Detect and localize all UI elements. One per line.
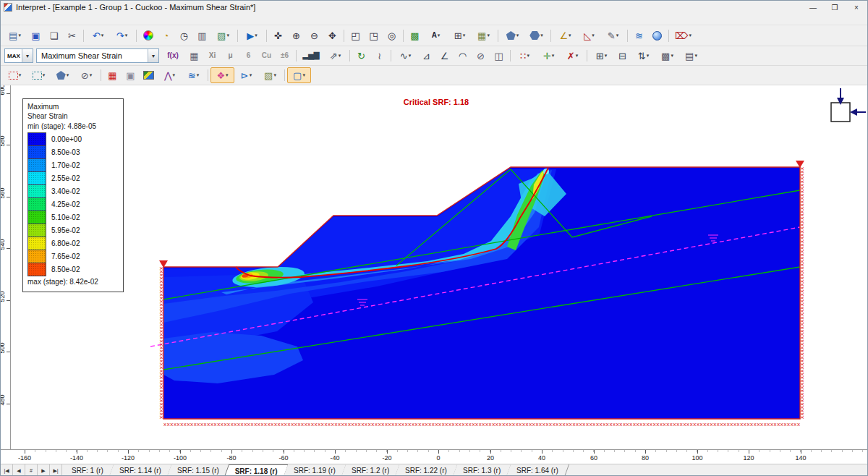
legend-options-button[interactable]: ◔▾ xyxy=(157,27,175,44)
menu-item[interactable] xyxy=(33,19,43,20)
user-data-button[interactable]: f(x)▾ xyxy=(161,48,185,64)
xi-button[interactable]: Xi▾ xyxy=(203,48,221,64)
chevron-down-icon[interactable]: ▾ xyxy=(148,49,158,62)
pattern-dropdown[interactable]: ▩▾ xyxy=(655,48,679,64)
menu-item[interactable] xyxy=(3,19,13,20)
mu-button[interactable]: μ▾ xyxy=(221,48,239,64)
add-query-dropdown[interactable]: ✛▾ xyxy=(537,48,561,64)
export-plot-button[interactable]: ⊟▾ xyxy=(613,48,631,64)
tab-last-button[interactable]: ▶| xyxy=(50,464,62,476)
chart-window-button[interactable]: ◫▾ xyxy=(490,48,508,64)
graph-query-dropdown[interactable]: ∿▾ xyxy=(393,48,417,64)
grid-toggle-button[interactable]: ▦▾ xyxy=(185,48,203,64)
table-dropdown[interactable]: ⊞▾ xyxy=(448,27,472,44)
pan-button[interactable]: ✥▾ xyxy=(323,27,341,44)
no-plot-button[interactable]: ⊘▾ xyxy=(472,48,490,64)
contour-options-button[interactable]: ▾ xyxy=(139,27,157,44)
stage-tab[interactable]: SRF: 1.2 (r) xyxy=(341,464,400,476)
stage-tab[interactable]: SRF: 1.14 (r) xyxy=(109,464,172,476)
close-button[interactable]: × xyxy=(846,1,867,14)
trajectories-dropdown[interactable]: ❖▾ xyxy=(210,67,234,83)
material-highlight-button[interactable]: ▩▾ xyxy=(406,27,424,44)
chart-view-dropdown[interactable]: ▧▾ xyxy=(211,27,235,44)
spring-button[interactable]: ≀▾ xyxy=(370,48,388,64)
delete-query-dropdown[interactable]: ✗▾ xyxy=(561,48,584,64)
zoom-100-button[interactable]: ◎▾ xyxy=(383,27,401,44)
save-button[interactable]: ▣▾ xyxy=(27,27,45,44)
cu-button[interactable]: Cu▾ xyxy=(258,48,276,64)
stage-tab[interactable]: SRF: 1.15 (r) xyxy=(167,464,230,476)
grid-overlay-button[interactable]: ▦▾ xyxy=(103,67,122,83)
menu-item[interactable] xyxy=(64,19,74,20)
result-type-combo[interactable]: Maximum Shear Strain▾ xyxy=(36,48,159,63)
options-dropdown[interactable]: ▤▾ xyxy=(679,48,703,64)
menu-item[interactable] xyxy=(23,19,33,20)
multi-plot-dropdown[interactable]: ⋀▾ xyxy=(158,67,182,83)
histogram-button[interactable]: ▂▅▇▾ xyxy=(299,48,323,64)
image-overlay-dropdown[interactable]: ▦▾ xyxy=(472,27,495,44)
data-type-mini-combo[interactable]: MAX▾ xyxy=(4,48,33,63)
stage-tab[interactable]: SRF: 1.64 (r) xyxy=(506,464,569,476)
menu-item[interactable] xyxy=(13,19,23,20)
ellipse-query-dropdown[interactable]: ⊘▾ xyxy=(75,67,98,83)
tab-first-button[interactable]: |◀ xyxy=(1,464,13,476)
snapshot-button[interactable]: ▣▾ xyxy=(122,67,140,83)
print-preview-button[interactable]: ❏▾ xyxy=(45,27,63,44)
chevron-down-icon[interactable]: ▾ xyxy=(22,49,33,62)
differential-dropdown[interactable]: ⇅▾ xyxy=(631,48,655,64)
line-graph-button[interactable]: ⊿▾ xyxy=(417,48,435,64)
redo-dropdown[interactable]: ↷▾ xyxy=(110,27,134,44)
graph-window-dropdown[interactable]: ⊞▾ xyxy=(590,48,613,64)
stage-time-button[interactable]: ◷▾ xyxy=(175,27,193,44)
menu-item[interactable] xyxy=(104,19,114,20)
model-viewport[interactable]: xxxxxxxxxxxxxxxxxxxxxxxxxxxxxxxxxxxxxxxx… xyxy=(1,85,867,449)
edit-tool-dropdown[interactable]: ✎▾ xyxy=(601,27,625,44)
menu-item[interactable] xyxy=(54,19,64,20)
menu-item[interactable] xyxy=(94,19,104,20)
tab-next-button[interactable]: ▶ xyxy=(38,464,50,476)
material-query-dropdown[interactable]: ▾ xyxy=(3,67,27,83)
history-query-dropdown[interactable]: ▾ xyxy=(27,67,51,83)
screen-capture-button[interactable]: ✂▾ xyxy=(63,27,81,44)
measure-angle-dropdown[interactable]: ∠▾ xyxy=(553,27,577,44)
query-points-dropdown[interactable]: ∷▾ xyxy=(513,48,537,64)
zoom-extents-button[interactable]: ✜▾ xyxy=(269,27,287,44)
dip-tool-dropdown[interactable]: ◺▾ xyxy=(577,27,601,44)
flow-vectors-dropdown[interactable]: ≋▾ xyxy=(182,67,205,83)
loop-button[interactable]: ↻▾ xyxy=(352,48,370,64)
minimize-button[interactable]: — xyxy=(802,1,824,14)
menu-item[interactable] xyxy=(74,19,84,20)
hexagon-tool-dropdown[interactable]: ▾ xyxy=(524,27,548,44)
restore-button[interactable]: ❐ xyxy=(824,1,846,14)
tab-prev-button[interactable]: ◀ xyxy=(13,464,25,476)
menu-item[interactable] xyxy=(114,19,124,20)
menu-item[interactable] xyxy=(43,19,54,20)
zoom-in-button[interactable]: ⊕▾ xyxy=(287,27,305,44)
canvas-area[interactable]: xxxxxxxxxxxxxxxxxxxxxxxxxxxxxxxxxxxxxxxx… xyxy=(1,85,867,449)
polyline-query-dropdown[interactable]: ▾ xyxy=(51,67,75,83)
menu-item[interactable] xyxy=(84,19,94,20)
stage-tab[interactable]: SRF: 1 (r) xyxy=(61,464,114,476)
plus-minus-sigma-button[interactable]: ±6▾ xyxy=(276,48,294,64)
pentagon-tool-dropdown[interactable]: ▾ xyxy=(501,27,524,44)
hazard-map-button[interactable]: ▾ xyxy=(140,67,158,83)
arc-plot-button[interactable]: ◠▾ xyxy=(454,48,472,64)
legend[interactable]: Maximum Shear Strain min (stage): 4.88e-… xyxy=(22,98,124,292)
undo-dropdown[interactable]: ↶▾ xyxy=(86,27,110,44)
stage-tab[interactable]: SRF: 1.3 (r) xyxy=(453,464,511,476)
overlay-image-dropdown[interactable]: ▧▾ xyxy=(258,67,282,83)
sigma-button[interactable]: 6▾ xyxy=(239,48,258,64)
angle-plot-button[interactable]: ∠▾ xyxy=(435,48,454,64)
trend-plot-dropdown[interactable]: ⇗▾ xyxy=(323,48,347,64)
drawdown-button[interactable]: ≋▾ xyxy=(630,27,648,44)
tab-number-button[interactable]: # xyxy=(25,464,38,476)
zoom-window-button[interactable]: ◰▾ xyxy=(346,27,365,44)
vectors-dropdown[interactable]: ⊳▾ xyxy=(234,67,258,83)
zoom-out-button[interactable]: ⊖▾ xyxy=(305,27,323,44)
stage-tab[interactable]: SRF: 1.22 (r) xyxy=(395,464,458,476)
stage-tab[interactable]: SRF: 1.18 (r) xyxy=(224,464,289,476)
section-view-button[interactable]: ▥▾ xyxy=(193,27,211,44)
selection-window-dropdown[interactable]: ▢▾ xyxy=(287,67,311,83)
zoom-selection-button[interactable]: ◳▾ xyxy=(365,27,383,44)
delete-dropdown[interactable]: ⌦▾ xyxy=(671,27,695,44)
